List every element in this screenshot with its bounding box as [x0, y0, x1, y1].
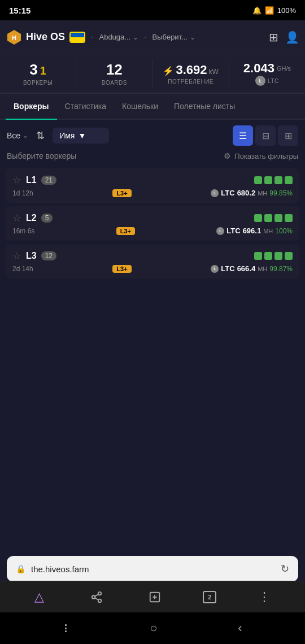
power-label: ПОТРЕБЛЕНИЕ	[168, 79, 213, 85]
hashrate-coin: LTC	[268, 78, 279, 84]
worker-hashrate: Ł LTC 680.2 МН 99.85%	[211, 189, 293, 197]
browser-url[interactable]: the.hiveos.farm	[31, 564, 275, 574]
view-list-button[interactable]: ☰	[233, 125, 253, 146]
hash-efficiency: 99.85%	[269, 189, 293, 197]
svg-line-5	[95, 598, 98, 600]
boards-count: 12	[106, 61, 123, 79]
svg-point-3	[91, 595, 95, 599]
share-nav-button[interactable]	[86, 586, 107, 608]
power-unit: kW	[208, 68, 218, 76]
worker-hashrate: Ł LTC 666.4 МН 99.87%	[211, 264, 293, 273]
status-time: 15:15	[9, 6, 30, 15]
android-home-button[interactable]: ○	[150, 621, 157, 636]
refresh-icon[interactable]: ↻	[281, 563, 289, 575]
header-sep2: ·	[144, 32, 146, 42]
sort-direction-button[interactable]: ⇅	[34, 127, 47, 144]
tab-counter[interactable]: 2	[203, 591, 216, 603]
android-menu-button[interactable]: ⫶	[63, 621, 69, 636]
signal-icon: 📶	[265, 6, 274, 15]
home-nav-button[interactable]: △	[30, 585, 49, 609]
battery-icon: 100%	[277, 6, 296, 15]
user-profile-icon[interactable]: 👤	[285, 31, 299, 44]
workers-list: ☆ L1 21 1d 12h L3+ Ł LTC 680.2 МН 99.85%	[0, 166, 305, 284]
workers-online: 3	[29, 61, 37, 79]
account-selector[interactable]: Abduga... ⌄	[99, 33, 138, 41]
status-dot-1	[254, 214, 262, 222]
status-dot-2	[264, 176, 272, 184]
list-item[interactable]: ☆ L1 21 1d 12h L3+ Ł LTC 680.2 МН 99.85%	[6, 168, 299, 203]
list-item[interactable]: ☆ L3 12 2d 14h L3+ Ł LTC 666.4 МН 99.87%	[6, 244, 299, 279]
coin-icon: Ł	[216, 227, 224, 235]
worker-uptime: 1d 12h	[12, 189, 33, 197]
hash-value: 680.2	[237, 189, 256, 197]
browser-nav-bar: △ 2 ⋮	[0, 581, 305, 612]
hive-logo-icon: H	[6, 29, 23, 46]
android-back-button[interactable]: ‹	[238, 621, 242, 636]
workers-offline: 1	[40, 64, 46, 77]
favorite-icon[interactable]: ☆	[12, 174, 21, 186]
hashrate-unit: GH/s	[277, 65, 291, 72]
favorite-icon[interactable]: ☆	[12, 250, 21, 262]
view-table-button[interactable]: ⊟	[255, 125, 276, 146]
status-dot-4	[285, 176, 293, 184]
favorite-icon[interactable]: ☆	[12, 212, 21, 224]
worker-count: 21	[41, 176, 56, 185]
hashrate-value: 2.043	[243, 61, 274, 76]
worker-algo-tag: L3+	[112, 189, 131, 197]
svg-point-4	[98, 599, 101, 602]
view-toggles: ☰ ⊟ ⊞	[233, 125, 298, 146]
svg-line-6	[95, 594, 98, 596]
show-filters-button[interactable]: ⚙ Показать фильтры	[224, 151, 298, 160]
view-grid-button[interactable]: ⊞	[278, 125, 298, 146]
hash-value: 696.1	[243, 227, 262, 235]
worker-name: L2	[26, 213, 37, 223]
add-tab-button[interactable]	[144, 586, 165, 608]
status-indicators	[254, 252, 293, 260]
workers-toolbar: Все ⌄ ⇅ Имя ▼ ☰ ⊟ ⊞	[0, 120, 305, 151]
worker-name: L1	[26, 175, 37, 185]
status-indicators	[254, 176, 293, 184]
stats-row: 3 1 ВОРКЕРЫ 12 BOARDS ⚡ 3.692 kW ПОТРЕБЛ…	[0, 54, 305, 94]
status-dot-4	[285, 252, 293, 260]
alarm-icon: 🔔	[252, 6, 262, 15]
status-dot-2	[264, 252, 272, 260]
hash-unit: МН	[258, 190, 267, 197]
svg-point-2	[98, 591, 101, 595]
ukraine-flag-badge	[69, 32, 85, 43]
header: H Hive OS · Abduga... ⌄ · Выберит... ⌄ ⊞…	[0, 20, 305, 54]
empty-content	[0, 284, 305, 454]
sort-by-label: Имя	[59, 131, 75, 140]
coin-name: LTC	[226, 227, 240, 235]
android-nav-bar: ⫶ ○ ‹	[0, 612, 305, 644]
lock-icon: 🔒	[16, 564, 25, 573]
worker-count: 5	[41, 214, 53, 223]
show-filters-label: Показать фильтры	[234, 152, 298, 160]
status-indicators	[254, 214, 293, 222]
list-item[interactable]: ☆ L2 5 16m 6s L3+ Ł LTC 696.1 МН 100%	[6, 206, 299, 241]
filter-icon: ⚙	[224, 151, 231, 160]
sort-by-dropdown[interactable]: Имя ▼	[53, 128, 109, 143]
tab-flightsheets[interactable]: Полетные листы	[166, 94, 243, 119]
more-options-button[interactable]: ⋮	[254, 585, 275, 609]
status-dot-2	[264, 214, 272, 222]
tab-wallets[interactable]: Кошельки	[114, 94, 166, 119]
hash-unit: МН	[258, 266, 267, 272]
worker-algo-tag: L3+	[116, 227, 135, 235]
select-all-dropdown[interactable]: Все ⌄	[7, 131, 28, 140]
hash-value: 666.4	[237, 264, 256, 273]
tab-workers[interactable]: Воркеры	[6, 94, 57, 119]
power-value: 3.692	[176, 63, 207, 77]
hash-efficiency: 100%	[275, 227, 293, 235]
boards-label: BOARDS	[102, 80, 127, 86]
status-dot-1	[254, 252, 262, 260]
farm-selector[interactable]: Выберит... ⌄	[152, 33, 195, 41]
app-name: Hive OS	[26, 31, 65, 43]
coin-name: LTC	[221, 264, 234, 273]
status-dot-3	[274, 214, 282, 222]
worker-uptime: 2d 14h	[12, 265, 33, 273]
tab-stats[interactable]: Статистика	[57, 94, 115, 119]
header-sep1: ·	[91, 32, 93, 42]
apps-grid-icon[interactable]: ⊞	[269, 31, 278, 44]
boards-stat: 12 BOARDS	[76, 59, 152, 88]
browser-bar: 🔒 the.hiveos.farm ↻	[7, 556, 298, 582]
